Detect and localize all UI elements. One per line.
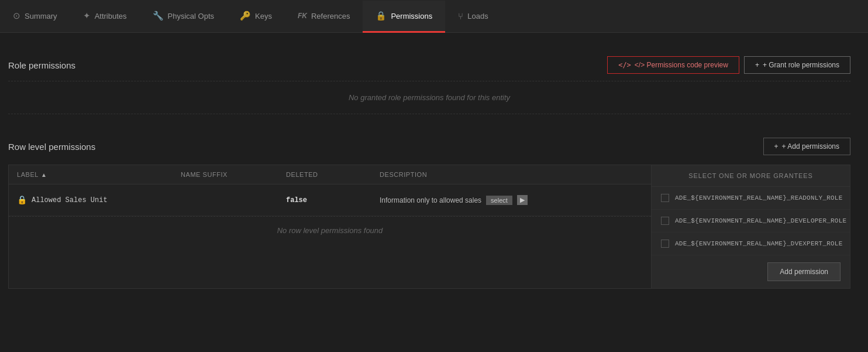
tab-permissions-label: Permissions xyxy=(391,12,432,20)
row-level-permissions-header: Row level permissions + + Add permission… xyxy=(8,138,850,155)
plus-icon: + xyxy=(755,61,759,69)
table-empty-message: No row level permissions found xyxy=(9,216,651,244)
role-permissions-actions: </> </> Permissions code preview + + Gra… xyxy=(607,56,850,74)
row-level-permissions-title: Row level permissions xyxy=(8,142,95,152)
summary-icon: ⊙ xyxy=(13,11,20,21)
add-permissions-icon: + xyxy=(774,142,779,151)
tab-attributes-label: Attributes xyxy=(95,12,127,20)
references-icon: FK xyxy=(298,12,307,20)
tab-loads[interactable]: ⑂ Loads xyxy=(445,1,501,33)
grantee-checkbox-2[interactable] xyxy=(661,240,669,248)
sort-arrow-icon: ▲ xyxy=(41,172,47,178)
col-header-description: DESCRIPTION xyxy=(380,171,643,178)
tab-summary-label: Summary xyxy=(25,12,57,20)
grantee-row-2: ADE_${ENVIRONMENT_REAL_NAME}_DVEXPERT_RO… xyxy=(652,233,850,255)
role-permissions-empty: No granted role permissions found for th… xyxy=(8,81,850,114)
row-lock-icon: 🔒 xyxy=(17,195,27,205)
permissions-code-preview-button[interactable]: </> </> Permissions code preview xyxy=(607,56,739,74)
role-permissions-header: Role permissions </> </> Permissions cod… xyxy=(8,56,850,74)
add-permission-button[interactable]: Add permission xyxy=(767,262,841,281)
physical-opts-icon: 🔧 xyxy=(153,11,164,21)
tab-attributes[interactable]: ✦ Attributes xyxy=(70,1,140,33)
tab-keys-label: Keys xyxy=(255,12,272,20)
grantees-header: SELECT ONE OR MORE GRANTEES xyxy=(652,165,850,187)
main-content: Role permissions </> </> Permissions cod… xyxy=(0,33,868,306)
permissions-icon: 🔒 xyxy=(376,11,387,21)
grantee-row-0: ADE_${ENVIRONMENT_REAL_NAME}_READONLY_RO… xyxy=(652,187,850,210)
grantee-label-2: ADE_${ENVIRONMENT_REAL_NAME}_DVEXPERT_RO… xyxy=(675,240,843,247)
grant-role-permissions-button[interactable]: + + Grant role permissions xyxy=(744,56,850,74)
code-icon: </> xyxy=(618,61,631,69)
grantee-label-1: ADE_${ENVIRONMENT_REAL_NAME}_DEVELOPER_R… xyxy=(675,217,846,224)
cell-description: Information only to allowed sales select… xyxy=(380,195,643,205)
attributes-icon: ✦ xyxy=(83,11,91,21)
grantee-label-0: ADE_${ENVIRONMENT_REAL_NAME}_READONLY_RO… xyxy=(675,194,843,201)
table-header: LABEL ▲ NAME SUFFIX DELETED DESCRIPTION xyxy=(9,165,651,184)
tab-keys[interactable]: 🔑 Keys xyxy=(227,1,285,33)
add-permissions-button[interactable]: + + Add permissions xyxy=(763,138,850,155)
role-permissions-title: Role permissions xyxy=(8,60,75,70)
row-level-permissions-section: Row level permissions + + Add permission… xyxy=(8,138,850,289)
tab-references-label: References xyxy=(311,12,350,20)
tab-physical-opts[interactable]: 🔧 Physical Opts xyxy=(140,1,227,33)
grantee-checkbox-1[interactable] xyxy=(661,217,669,225)
tab-physical-opts-label: Physical Opts xyxy=(168,12,214,20)
col-header-label: LABEL ▲ xyxy=(17,171,181,178)
grantee-checkbox-0[interactable] xyxy=(661,194,669,202)
tab-loads-label: Loads xyxy=(467,12,488,20)
tab-references[interactable]: FK References xyxy=(285,1,363,33)
col-header-deleted: DELETED xyxy=(286,171,380,178)
select-dropdown-icon[interactable]: ▶ xyxy=(517,195,528,205)
tab-permissions[interactable]: 🔒 Permissions xyxy=(363,1,445,33)
cell-deleted: false xyxy=(286,196,380,204)
tab-bar: ⊙ Summary ✦ Attributes 🔧 Physical Opts 🔑… xyxy=(0,0,868,33)
col-header-namesuffix: NAME SUFFIX xyxy=(181,171,286,178)
select-badge[interactable]: select xyxy=(486,196,512,205)
table-row[interactable]: 🔒 Allowed Sales Unit false Information o… xyxy=(9,184,651,216)
keys-icon: 🔑 xyxy=(240,11,251,21)
cell-label: 🔒 Allowed Sales Unit xyxy=(17,195,181,205)
grantee-row-1: ADE_${ENVIRONMENT_REAL_NAME}_DEVELOPER_R… xyxy=(652,210,850,233)
tab-summary[interactable]: ⊙ Summary xyxy=(0,1,70,33)
row-level-table-container: LABEL ▲ NAME SUFFIX DELETED DESCRIPTION … xyxy=(8,165,850,289)
grantees-footer: Add permission xyxy=(652,255,850,288)
loads-icon: ⑂ xyxy=(458,11,463,21)
row-level-table: LABEL ▲ NAME SUFFIX DELETED DESCRIPTION … xyxy=(8,165,652,289)
grantees-panel: SELECT ONE OR MORE GRANTEES ADE_${ENVIRO… xyxy=(652,165,850,289)
